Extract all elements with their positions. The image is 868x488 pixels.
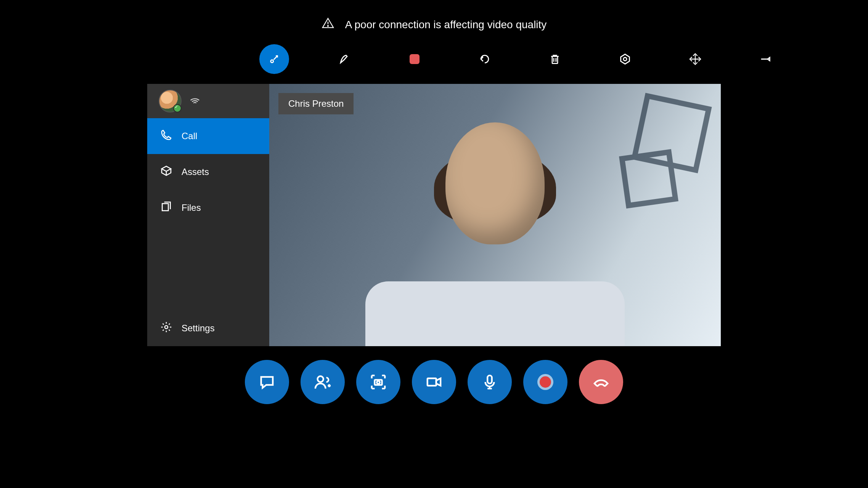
video-feed: Chris Preston [269,84,721,346]
svg-rect-11 [487,376,492,384]
square-icon [410,54,420,64]
connection-icon [189,95,201,108]
remote-participant-image [373,130,617,346]
undo-button[interactable] [470,44,500,74]
chat-button[interactable] [245,360,289,404]
svg-point-1 [328,26,328,26]
sidebar-item-files[interactable]: Files [147,190,269,226]
track-button[interactable] [610,44,640,74]
phone-icon [160,129,172,143]
sidebar-item-label: Assets [182,167,209,177]
svg-point-2 [271,60,273,63]
svg-point-9 [377,381,380,384]
svg-rect-5 [162,204,168,211]
expand-button[interactable] [680,44,710,74]
svg-point-7 [318,376,323,382]
files-icon [160,201,172,215]
add-people-button[interactable] [301,360,345,404]
sidebar-item-settings[interactable]: Settings [147,310,269,346]
delete-button[interactable] [540,44,570,74]
snapshot-button[interactable] [356,360,400,404]
call-panel: Call Assets Files Settings Chris Pres [147,84,721,346]
pointer-tool-button[interactable] [259,44,289,74]
presence-indicator [173,104,182,112]
warning-text: A poor connection is affecting video qua… [345,19,547,31]
svg-marker-3 [621,54,630,64]
sidebar: Call Assets Files Settings [147,84,269,346]
sidebar-item-assets[interactable]: Assets [147,154,269,190]
mic-button[interactable] [468,360,512,404]
record-icon [540,376,551,388]
draw-tool-button[interactable] [330,44,359,74]
avatar[interactable] [159,90,182,112]
pin-button[interactable] [751,44,780,74]
svg-rect-10 [428,378,436,385]
svg-point-6 [165,326,168,329]
sidebar-item-call[interactable]: Call [147,118,269,154]
box-icon [160,165,172,179]
shape-tool-button[interactable] [400,44,429,74]
video-button[interactable] [412,360,456,404]
warning-icon [321,17,334,32]
annotation-toolbar [259,44,780,74]
end-call-button[interactable] [579,360,623,404]
connection-warning: A poor connection is affecting video qua… [0,17,868,32]
caller-name-chip: Chris Preston [278,93,354,114]
call-controls [245,360,623,404]
caller-name: Chris Preston [288,98,344,109]
sidebar-item-label: Settings [182,323,215,334]
svg-point-4 [624,58,627,61]
record-button[interactable] [523,360,567,404]
sidebar-item-label: Files [182,202,201,213]
profile-header [147,84,269,118]
sidebar-item-label: Call [182,131,197,141]
gear-icon [160,321,172,336]
